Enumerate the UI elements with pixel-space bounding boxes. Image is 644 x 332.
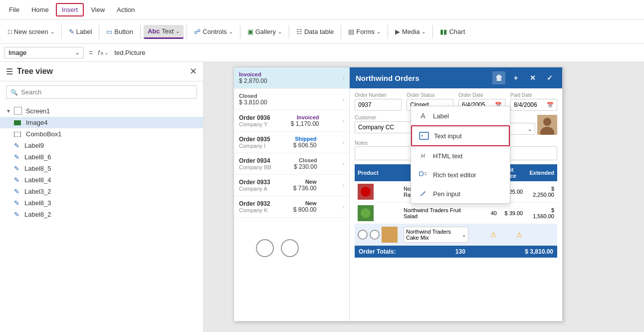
order-number: Order 0934 <box>239 157 271 164</box>
order-amount: $ 800.00 <box>293 206 317 213</box>
chart-button[interactable]: ▮▮ Chart <box>436 25 469 38</box>
tree-item-label: Label9 <box>24 142 44 149</box>
order-right: Shipped $ 606.50 <box>293 136 317 149</box>
cake-mix-chevron-icon: ⌄ <box>462 232 466 238</box>
dropdown-item-label[interactable]: A Label <box>411 106 510 125</box>
order-chevron-icon: › <box>343 75 344 81</box>
menu-home[interactable]: Home <box>26 4 54 15</box>
menu-view[interactable]: View <box>86 4 110 15</box>
order-left: Order 0933 Company A <box>239 179 270 192</box>
dropdown-item-html-text[interactable]: H HTML text <box>411 146 510 165</box>
product-name-cell: Northwind Traders Cake Mix ⌄ <box>401 224 471 246</box>
product-extended-cell: $ 1,560.00 <box>526 203 557 224</box>
tree-item-label8-5[interactable]: ✎ Label8_5 <box>0 163 203 174</box>
tree-item-combobox1[interactable]: ComboBox1 <box>0 128 203 140</box>
table-row-selected[interactable]: Northwind Traders Cake Mix ⌄ ⚠ ⚠ <box>355 224 557 246</box>
new-screen-button[interactable]: □ New screen ⌄ <box>4 25 58 38</box>
tree-item-label8-2[interactable]: ✎ Label8_2 <box>0 209 203 220</box>
data-table-button[interactable]: ☷ Data table <box>292 25 338 38</box>
label-icon: ✎ <box>69 28 74 35</box>
sidebar-close-button[interactable]: ✕ <box>190 66 197 77</box>
tree-item-label8-6[interactable]: ✎ Label8_6 <box>0 151 203 163</box>
order-chevron-icon: › <box>343 161 344 167</box>
orders-panel: Invoiced $ 2,870.00 › Closed $ 3,810.00 … <box>234 67 350 321</box>
employee-photo <box>537 115 557 135</box>
text-input-dropdown-icon <box>419 131 429 141</box>
gallery-button[interactable]: ▣ Gallery ⌄ <box>243 25 286 38</box>
confirm-button[interactable]: ✓ <box>543 71 556 84</box>
sidebar-title: Tree view <box>17 67 53 76</box>
order-status: Invoiced <box>297 114 319 120</box>
controls-button[interactable]: ☍ Controls ⌄ <box>190 25 236 38</box>
hamburger-icon[interactable]: ☰ <box>6 67 13 76</box>
order-item-closed-top[interactable]: Closed $ 3,810.00 › <box>234 89 349 110</box>
order-right: New $ 736.00 <box>293 179 317 192</box>
tree-view: ▼ Screen1 Image4 ComboBox1 ✎ Label9 ✎ La <box>0 103 203 332</box>
formula-fx-button[interactable]: fx ⌄ <box>98 49 108 56</box>
paid-date-input[interactable]: 8/4/2006 📅 <box>510 99 557 111</box>
tree-item-label: Label8_2 <box>24 211 51 218</box>
sidebar-left: ☰ Tree view <box>6 67 53 76</box>
paid-date-label: Paid Date <box>510 92 557 98</box>
order-item-invoiced-top[interactable]: Invoiced $ 2,870.00 › <box>234 67 349 89</box>
order-item-0932[interactable]: Order 0932 Company K New $ 800.00 › <box>234 196 349 218</box>
detail-header: Northwind Orders 🗑 + ✕ ✓ <box>350 67 562 88</box>
order-company: Company BB <box>239 164 271 170</box>
order-number-input[interactable]: 0937 <box>355 99 402 111</box>
tree-item-label: Image4 <box>26 119 47 126</box>
tree-item-label: Label3_2 <box>24 188 51 195</box>
product-image <box>358 205 374 221</box>
order-item-0936[interactable]: Order 0936 Company Y Invoiced $ 1,170.00… <box>234 110 349 132</box>
label-button[interactable]: ✎ Label <box>65 25 96 38</box>
order-number-label: Order Number <box>355 92 402 98</box>
order-amount: $ 1,170.00 <box>291 120 319 127</box>
order-item-0934[interactable]: Order 0934 Company BB Closed $ 230.00 › <box>234 153 349 175</box>
tree-item-label9[interactable]: ✎ Label9 <box>0 140 203 151</box>
text-button[interactable]: Abc Text ⌄ <box>144 25 184 39</box>
formula-input[interactable] <box>111 48 640 57</box>
svg-rect-7 <box>382 227 398 243</box>
product-qty-cell: 40 <box>471 203 500 224</box>
table-row[interactable]: Northwind Traders Fruit Salad 40 $ 39.00… <box>355 203 557 224</box>
detail-header-actions: 🗑 + ✕ ✓ <box>492 71 556 84</box>
tree-item-image4[interactable]: Image4 <box>0 117 203 128</box>
order-status: New <box>305 179 317 185</box>
formula-selector[interactable]: Image ⌄ <box>4 47 84 58</box>
dropdown-item-text-input[interactable]: Text input <box>411 125 510 146</box>
forms-button[interactable]: ▤ Forms ⌄ <box>344 25 385 38</box>
cancel-button[interactable]: ✕ <box>526 71 539 84</box>
svg-rect-8 <box>420 132 429 139</box>
media-button[interactable]: ▶ Media ⌄ <box>391 25 429 38</box>
delete-button[interactable]: 🗑 <box>492 71 505 84</box>
gallery-chevron-icon: ⌄ <box>278 29 282 34</box>
main-content: ☰ Tree view ✕ 🔍 ▼ Screen1 Image4 <box>0 62 644 332</box>
circle-selector-2 <box>370 230 380 240</box>
order-item-0935[interactable]: Order 0935 Company I Shipped $ 606.50 › <box>234 132 349 153</box>
media-icon: ▶ <box>395 28 400 35</box>
search-input[interactable] <box>21 88 193 96</box>
tree-item-label3-2[interactable]: ✎ Label3_2 <box>0 186 203 197</box>
order-amount: $ 2,870.00 <box>239 77 267 84</box>
chart-icon: ▮▮ <box>440 28 447 35</box>
dropdown-item-pen-input[interactable]: Pen input <box>411 184 510 203</box>
tree-item-label: ComboBox1 <box>26 130 62 138</box>
button-button[interactable]: ▭ Button <box>102 25 137 38</box>
tree-item-label8-3[interactable]: ✎ Label8_3 <box>0 197 203 209</box>
order-date-label: Order Date <box>458 92 505 98</box>
separator-4 <box>187 25 187 39</box>
dropdown-item-rich-text[interactable]: Rich text editor <box>411 165 510 184</box>
tree-item-label: Label8_4 <box>24 176 51 184</box>
media-chevron-icon: ⌄ <box>422 29 426 34</box>
menu-action[interactable]: Action <box>112 4 140 15</box>
tree-item-screen1[interactable]: ▼ Screen1 <box>0 105 203 117</box>
add-button[interactable]: + <box>509 71 522 84</box>
dropdown-text-input-text: Text input <box>434 132 462 140</box>
tree-item-label8-4[interactable]: ✎ Label8_4 <box>0 174 203 186</box>
menu-insert[interactable]: Insert <box>56 3 84 16</box>
dropdown-html-text-text: HTML text <box>433 152 462 160</box>
menu-file[interactable]: File <box>4 4 24 15</box>
order-item-0933[interactable]: Order 0933 Company A New $ 736.00 › <box>234 175 349 196</box>
label-icon: ✎ <box>14 211 19 218</box>
canvas-area: Invoiced $ 2,870.00 › Closed $ 3,810.00 … <box>204 62 644 332</box>
customer-value: Company CC <box>358 124 394 131</box>
